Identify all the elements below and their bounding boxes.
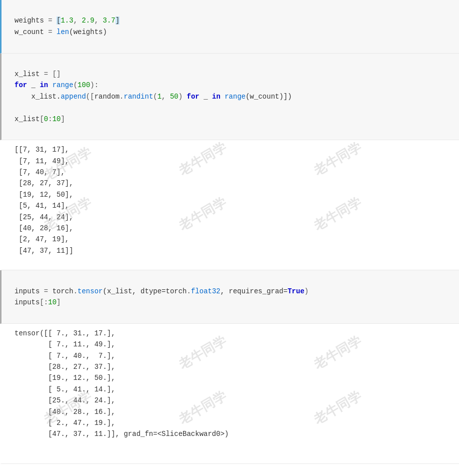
cell-4-input[interactable]: inputs = torch.tensor(x_list, dtype=torc… — [0, 270, 459, 324]
cell-2-gutter — [2, 54, 8, 140]
cell-1-gutter — [2, 0, 8, 53]
cell-5-output: tensor([[ 7., 31., 17.], [ 7., 11., 49.]… — [0, 324, 459, 464]
cell-3-content: [[7, 31, 17], [7, 11, 49], [7, 40, 7], [… — [8, 140, 459, 270]
code-line: inputs = torch.tensor(x_list, dtype=torc… — [14, 287, 308, 306]
code-line: x_list = [] for _ in range(100): x_list.… — [14, 70, 292, 123]
cell-2-input[interactable]: x_list = [] for _ in range(100): x_list.… — [0, 54, 459, 141]
cell-2-content[interactable]: x_list = [] for _ in range(100): x_list.… — [8, 54, 459, 140]
notebook-container: weights = [1.3, 2.9, 3.7] w_count = len(… — [0, 0, 459, 476]
cell-1-input[interactable]: weights = [1.3, 2.9, 3.7] w_count = len(… — [0, 0, 459, 54]
cell-3-gutter — [2, 140, 8, 270]
cell-4-gutter — [2, 270, 8, 323]
cell-5-content: tensor([[ 7., 31., 17.], [ 7., 11., 49.]… — [8, 324, 459, 463]
cell-4-content[interactable]: inputs = torch.tensor(x_list, dtype=torc… — [8, 270, 459, 323]
cell-3-output: [[7, 31, 17], [7, 11, 49], [7, 40, 7], [… — [0, 140, 459, 270]
cell-1-content[interactable]: weights = [1.3, 2.9, 3.7] w_count = len(… — [8, 0, 459, 53]
code-line: weights = [1.3, 2.9, 3.7] w_count = len(… — [14, 17, 120, 36]
cell-5-gutter — [2, 324, 8, 463]
